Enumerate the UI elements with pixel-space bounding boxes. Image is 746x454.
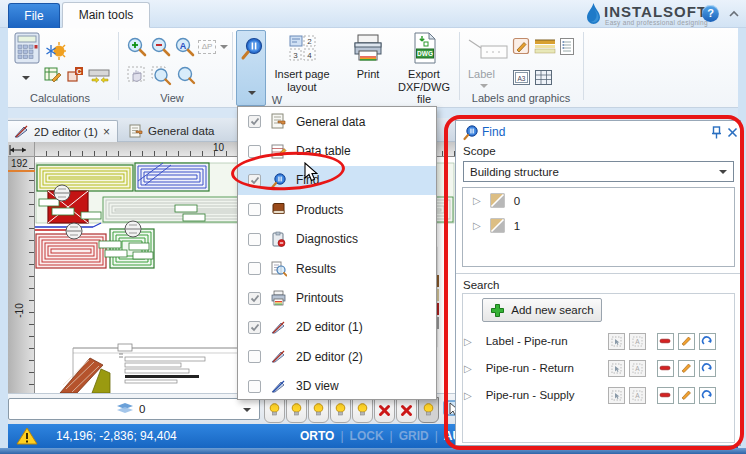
edit-table-icon[interactable]	[44, 66, 62, 84]
select-result-button[interactable]	[608, 387, 625, 404]
checkbox-checked[interactable]	[248, 321, 261, 334]
delta-p-dropdown-arrow[interactable]	[220, 45, 228, 49]
tab-2d-editor-1[interactable]: 2D editor (1) ×	[6, 120, 118, 142]
find-ribbon-button[interactable]	[236, 30, 266, 106]
zoom-window-icon[interactable]	[150, 64, 172, 86]
2d-editor-icon	[14, 125, 29, 138]
label-button[interactable]: Label	[468, 68, 495, 80]
expand-triangle-icon[interactable]: ▷	[464, 390, 472, 401]
floor-structure-icon[interactable]	[534, 37, 556, 56]
select-text-button[interactable]: A	[629, 387, 646, 404]
view-panels-menu: General data Data table Find Products Di…	[237, 106, 437, 400]
toggle-orto[interactable]: ORTO	[300, 429, 334, 443]
menu-item-2d-editor-2[interactable]: 2D editor (2)	[238, 342, 436, 371]
layer-dropdown-arrow[interactable]	[243, 408, 251, 412]
zoom-in-icon[interactable]	[126, 36, 148, 58]
list-icon[interactable]	[559, 37, 575, 56]
export-dxf-dwg-button[interactable]: Export DXF/DWG file	[392, 68, 456, 106]
tab-label: General data	[148, 125, 215, 137]
tree-item-storey-1[interactable]: ▷ 1	[463, 213, 734, 238]
tab-close-icon[interactable]: ×	[103, 127, 110, 137]
select-result-button[interactable]	[608, 333, 625, 350]
toggle-grid[interactable]: GRID	[399, 429, 429, 443]
pan-hand-icon[interactable]	[126, 64, 148, 86]
tab-file[interactable]: File	[8, 3, 60, 28]
rerun-search-button[interactable]	[699, 360, 716, 377]
checkbox-unchecked[interactable]	[248, 380, 261, 393]
tab-general-data[interactable]: General data	[122, 120, 222, 142]
pin-icon[interactable]	[711, 126, 722, 139]
print-button[interactable]: Print	[345, 68, 391, 81]
checkbox-checked[interactable]	[248, 174, 261, 187]
checkbox-unchecked[interactable]	[248, 203, 261, 216]
scheme-c-icon[interactable]: C	[66, 66, 84, 84]
select-text-button[interactable]: A	[629, 360, 646, 377]
checkbox-unchecked[interactable]	[248, 145, 261, 158]
delete-search-button[interactable]	[657, 360, 674, 377]
page-format-a3-icon[interactable]: A3	[512, 69, 531, 86]
expand-triangle-icon[interactable]: ▷	[473, 195, 481, 206]
expand-triangle-icon[interactable]: ▷	[464, 363, 472, 374]
close-panel-icon[interactable]	[727, 127, 738, 138]
help-button[interactable]: ?	[702, 5, 719, 22]
checkbox-unchecked[interactable]	[248, 262, 261, 275]
export-dwg-icon[interactable]: DWG	[410, 32, 438, 64]
rerun-search-button[interactable]	[699, 387, 716, 404]
select-result-button[interactable]	[608, 360, 625, 377]
delete-search-button[interactable]	[657, 333, 674, 350]
storey-icon	[490, 218, 505, 233]
menu-item-products[interactable]: Products	[238, 195, 436, 224]
calculate-button-icon[interactable]	[14, 32, 40, 64]
zoom-previous-icon[interactable]	[174, 64, 196, 86]
calculate-dropdown-arrow[interactable]	[22, 76, 30, 80]
checkbox-unchecked[interactable]	[248, 350, 261, 363]
add-new-search-button[interactable]: Add new search	[482, 298, 602, 322]
checkbox-checked[interactable]	[248, 115, 261, 128]
heating-cooling-icon[interactable]	[46, 40, 68, 62]
find-dropdown-arrow[interactable]	[248, 91, 256, 95]
general-data-icon	[129, 124, 143, 138]
table-grid-icon[interactable]	[534, 69, 553, 86]
search-row-pipe-run-supply[interactable]: ▷ Pipe-run - Supply A	[464, 385, 734, 405]
delete-search-button[interactable]	[657, 387, 674, 404]
insert-page-layout-button[interactable]: Insert page layout	[270, 68, 334, 93]
pipe-run-icon[interactable]	[88, 66, 110, 84]
menu-item-2d-editor-1[interactable]: 2D editor (1)	[238, 313, 436, 342]
edit-graphic-icon[interactable]	[512, 37, 531, 56]
insert-page-layout-icon[interactable]: 2 3 4	[288, 34, 318, 64]
building-structure-tree[interactable]: ▷ 0 ▷ 1	[462, 187, 735, 267]
warning-icon[interactable]	[16, 427, 38, 445]
label-dropdown-arrow[interactable]	[480, 84, 488, 88]
print-icon[interactable]	[352, 34, 384, 64]
layer-dropdown[interactable]: 0	[8, 398, 260, 420]
checkbox-checked[interactable]	[248, 292, 261, 305]
zoom-all-icon[interactable]: A	[174, 36, 196, 58]
checkbox-unchecked[interactable]	[248, 233, 261, 246]
menu-item-diagnostics[interactable]: Diagnostics	[238, 225, 436, 254]
menu-item-results[interactable]: Results	[238, 254, 436, 283]
tree-item-storey-0[interactable]: ▷ 0	[463, 188, 734, 213]
menu-item-printouts[interactable]: Printouts	[238, 283, 436, 312]
menu-item-find[interactable]: Find	[238, 166, 436, 195]
find-icon	[462, 124, 479, 141]
delta-p-button[interactable]: ΔP	[198, 40, 216, 54]
menu-item-general-data[interactable]: General data	[238, 107, 436, 136]
ruler-corner	[8, 142, 35, 157]
scope-dropdown-arrow[interactable]	[719, 170, 727, 174]
select-text-button[interactable]: A	[629, 333, 646, 350]
search-row-label-pipe-run[interactable]: ▷ Label - Pipe-run A	[464, 331, 734, 351]
menu-item-3d-view[interactable]: 3D view	[238, 372, 436, 401]
edit-search-button[interactable]	[678, 360, 695, 377]
zoom-out-icon[interactable]	[150, 36, 172, 58]
tab-main-tools[interactable]: Main tools	[62, 2, 150, 28]
rerun-search-button[interactable]	[699, 333, 716, 350]
menu-item-data-table[interactable]: Data table	[238, 136, 436, 165]
search-row-pipe-run-return[interactable]: ▷ Pipe-run - Return A	[464, 358, 734, 378]
scope-dropdown[interactable]: Building structure	[463, 161, 734, 182]
toggle-lock[interactable]: LOCK	[350, 429, 384, 443]
expand-triangle-icon[interactable]: ▷	[473, 220, 481, 231]
edit-search-button[interactable]	[678, 387, 695, 404]
collapse-ribbon-icon[interactable]	[728, 9, 740, 18]
edit-search-button[interactable]	[678, 333, 695, 350]
expand-triangle-icon[interactable]: ▷	[464, 336, 472, 347]
